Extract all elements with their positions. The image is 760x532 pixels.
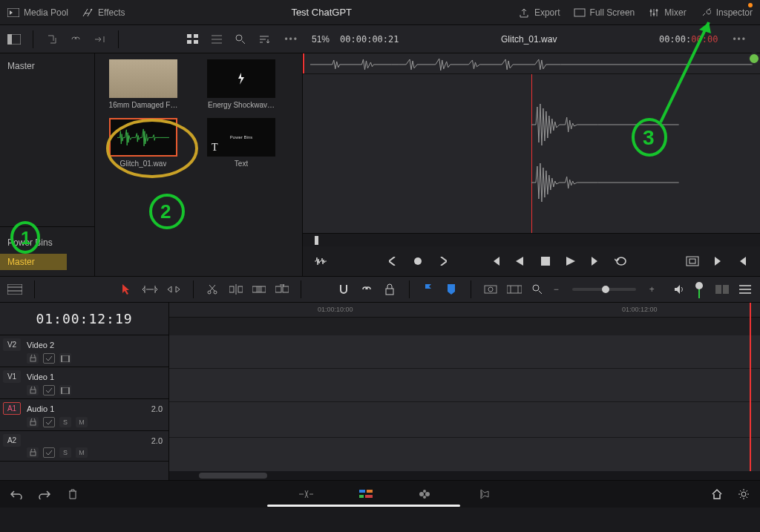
play-icon[interactable] bbox=[564, 254, 577, 268]
viewer-more-icon[interactable]: ••• bbox=[728, 34, 751, 45]
undo-icon[interactable] bbox=[9, 487, 24, 502]
insert-clip-icon[interactable] bbox=[229, 282, 243, 297]
timeline-timecode[interactable]: 01:00:12:19 bbox=[0, 303, 168, 335]
selection-tool-icon[interactable] bbox=[119, 282, 134, 297]
viewer-tc-right[interactable]: 00:00:00:00 bbox=[659, 34, 718, 45]
viewer-overview-track[interactable] bbox=[303, 53, 760, 74]
match-frame-icon[interactable] bbox=[686, 254, 699, 268]
dual-viewer-icon[interactable] bbox=[715, 282, 730, 297]
redo-icon[interactable] bbox=[37, 487, 52, 502]
timeline-lane-a1[interactable] bbox=[169, 402, 760, 438]
track-header-v2[interactable]: V2 Video 2 bbox=[0, 335, 168, 367]
snap-icon[interactable] bbox=[336, 282, 350, 297]
marker-icon[interactable] bbox=[445, 282, 459, 297]
timeline-lane-a2[interactable] bbox=[169, 438, 760, 473]
power-bin-master[interactable]: Master bbox=[0, 254, 67, 270]
viewer-zoom[interactable]: 51% bbox=[312, 34, 330, 45]
waveform-mode-icon[interactable] bbox=[313, 256, 328, 266]
list-view-icon[interactable] bbox=[209, 31, 225, 47]
effects-button[interactable]: Effects bbox=[82, 7, 125, 19]
mute-button[interactable]: M bbox=[76, 417, 88, 427]
zoom-detail-icon[interactable] bbox=[507, 282, 522, 297]
scrollbar-thumb[interactable] bbox=[199, 473, 267, 479]
track-badge[interactable]: V2 bbox=[3, 338, 21, 351]
lock-track-icon[interactable] bbox=[27, 447, 39, 458]
page-cut-icon[interactable] bbox=[298, 487, 313, 502]
next-marker-icon[interactable] bbox=[436, 254, 450, 268]
auto-select-icon[interactable] bbox=[43, 447, 55, 458]
video-track-icon[interactable] bbox=[59, 385, 71, 395]
auto-select-icon[interactable] bbox=[43, 353, 55, 364]
timeline-body[interactable]: 01:00:10:00 01:00:12:00 bbox=[169, 303, 760, 480]
video-track-icon[interactable] bbox=[59, 353, 71, 364]
export-button[interactable]: Export bbox=[518, 7, 560, 19]
track-badge[interactable]: V1 bbox=[3, 370, 21, 383]
clip-item[interactable]: Energy Shockwav… bbox=[200, 59, 282, 109]
solo-button[interactable]: S bbox=[59, 417, 71, 427]
timeline-ruler[interactable]: 01:00:10:00 01:00:12:00 bbox=[169, 303, 760, 318]
go-in-icon[interactable] bbox=[711, 254, 724, 268]
zoom-slider-knob[interactable] bbox=[602, 286, 609, 293]
link-icon[interactable] bbox=[68, 31, 84, 47]
dynamic-trim-icon[interactable] bbox=[166, 282, 181, 297]
track-header-a1[interactable]: A1 Audio 1 2.0 S M bbox=[0, 399, 168, 431]
stop-icon[interactable] bbox=[539, 254, 552, 268]
lock-track-icon[interactable] bbox=[27, 385, 39, 395]
track-header-a2[interactable]: A2 2.0 S M bbox=[0, 431, 168, 462]
jog-handle[interactable] bbox=[315, 236, 318, 245]
track-badge[interactable]: A2 bbox=[3, 434, 21, 447]
zoom-full-icon[interactable] bbox=[483, 282, 498, 297]
track-header-v1[interactable]: V1 Video 1 bbox=[0, 367, 168, 399]
overwrite-clip-icon[interactable] bbox=[252, 282, 266, 297]
mute-button[interactable]: M bbox=[76, 447, 88, 458]
dim-knob[interactable] bbox=[692, 282, 707, 297]
import-icon[interactable] bbox=[44, 31, 60, 47]
record-icon[interactable] bbox=[411, 254, 425, 268]
playhead[interactable] bbox=[531, 74, 532, 233]
timeline-view-icon[interactable] bbox=[7, 282, 22, 297]
viewer-clip-name[interactable]: Glitch_01.wav bbox=[410, 34, 649, 45]
prev-marker-icon[interactable] bbox=[386, 254, 399, 268]
zoom-slider[interactable] bbox=[572, 288, 636, 291]
sort-icon[interactable] bbox=[256, 31, 272, 47]
settings-icon[interactable] bbox=[736, 487, 751, 502]
page-fairlight-icon[interactable] bbox=[476, 487, 491, 502]
bin-master[interactable]: Master bbox=[7, 61, 35, 71]
media-pool-button[interactable]: Media Pool bbox=[7, 7, 68, 19]
blade-tool-icon[interactable] bbox=[206, 282, 220, 297]
timeline-scrollbar[interactable] bbox=[169, 471, 760, 480]
sync-icon[interactable] bbox=[91, 31, 108, 47]
clip-item[interactable]: Power Bins T Text bbox=[200, 118, 282, 168]
search-icon[interactable] bbox=[232, 31, 249, 47]
trim-tool-icon[interactable] bbox=[142, 282, 157, 297]
skip-end-icon[interactable] bbox=[589, 254, 603, 268]
layout-toggle-icon[interactable] bbox=[6, 31, 22, 47]
go-out-icon[interactable] bbox=[736, 254, 750, 268]
lock-track-icon[interactable] bbox=[27, 417, 39, 427]
clip-item-selected[interactable]: Glitch_01.wav bbox=[102, 118, 184, 168]
replace-clip-icon[interactable] bbox=[275, 282, 289, 297]
inspector-button[interactable]: Inspector bbox=[700, 7, 753, 19]
lock-icon[interactable] bbox=[383, 282, 397, 297]
monitor-volume-icon[interactable] bbox=[672, 282, 687, 297]
jog-bar[interactable] bbox=[303, 233, 760, 246]
playhead[interactable] bbox=[303, 53, 304, 73]
thumbnail-view-icon[interactable] bbox=[185, 31, 201, 47]
timeline-lane-v1[interactable] bbox=[169, 369, 760, 402]
skip-start-icon[interactable] bbox=[488, 254, 502, 268]
timeline-playhead[interactable] bbox=[750, 303, 751, 480]
link-selection-icon[interactable] bbox=[359, 282, 373, 297]
home-icon[interactable] bbox=[710, 487, 724, 502]
reverse-play-icon[interactable] bbox=[514, 254, 527, 268]
timeline-menu-icon[interactable] bbox=[738, 282, 753, 297]
fullscreen-button[interactable]: Full Screen bbox=[574, 7, 635, 19]
trash-icon[interactable] bbox=[65, 487, 80, 502]
viewer-tc-left[interactable]: 00:00:00:21 bbox=[340, 34, 399, 45]
auto-select-icon[interactable] bbox=[43, 417, 55, 427]
auto-select-icon[interactable] bbox=[43, 385, 55, 395]
clip-item[interactable]: 16mm Damaged F… bbox=[102, 59, 184, 109]
flag-icon[interactable] bbox=[422, 282, 436, 297]
lock-track-icon[interactable] bbox=[27, 353, 39, 364]
zoom-custom-icon[interactable] bbox=[531, 282, 545, 297]
mixer-button[interactable]: Mixer bbox=[648, 7, 686, 19]
